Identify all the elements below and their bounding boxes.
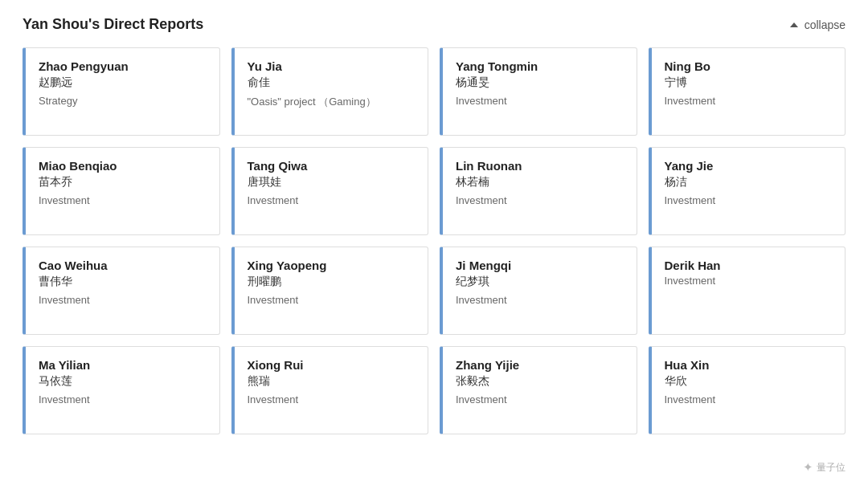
card-name-zh: 熊瑞 [248,374,416,389]
card-item[interactable]: Hua Xin华欣Investment [649,346,846,434]
card-name-zh: 马依莲 [39,374,207,389]
card-item[interactable]: Xiong Rui熊瑞Investment [231,346,429,434]
card-role: Investment [665,275,833,287]
card-role: Investment [665,393,833,405]
card-role: Investment [456,393,624,405]
card-role: Investment [248,194,416,206]
card-role: Investment [248,294,416,306]
card-name-en: Yang Jie [665,159,833,173]
card-name-zh: 宁博 [665,75,833,90]
card-name-en: Xiong Rui [248,358,416,372]
card-name-zh: 张毅杰 [456,374,624,389]
header: Yan Shou's Direct Reports collapse [23,16,845,33]
card-name-zh: 杨洁 [665,175,833,189]
card-role: "Oasis" project （Gaming） [248,95,416,109]
card-name-en: Zhao Pengyuan [39,59,207,73]
collapse-icon [790,22,798,27]
card-item[interactable]: Ning Bo宁博Investment [649,47,846,136]
card-role: Investment [39,393,207,405]
card-role: Investment [248,393,416,405]
card-item[interactable]: Zhao Pengyuan赵鹏远Strategy [23,47,220,136]
card-name-zh: 唐琪娃 [248,175,416,189]
card-name-zh: 林若楠 [456,175,624,189]
watermark-icon: ✦ [803,460,813,475]
collapse-button[interactable]: collapse [790,18,845,31]
cards-grid: Zhao Pengyuan赵鹏远StrategyYu Jia俞佳"Oasis" … [23,47,845,434]
page-title: Yan Shou's Direct Reports [23,16,203,33]
card-name-en: Yang Tongmin [456,59,624,73]
card-name-en: Xing Yaopeng [248,259,416,272]
card-item[interactable]: Cao Weihua曹伟华Investment [23,247,220,335]
card-name-en: Cao Weihua [39,259,207,272]
card-name-en: Derik Han [665,259,833,272]
card-name-en: Hua Xin [665,358,833,372]
card-item[interactable]: Yang Jie杨洁Investment [649,147,846,235]
card-name-en: Ji Mengqi [456,259,624,272]
card-item[interactable]: Derik HanInvestment [649,247,846,335]
card-item[interactable]: Tang Qiwa唐琪娃Investment [231,147,429,235]
card-item[interactable]: Zhang Yijie张毅杰Investment [440,346,637,434]
card-role: Investment [39,194,207,206]
card-item[interactable]: Ji Mengqi纪梦琪Investment [440,247,637,335]
card-item[interactable]: Yang Tongmin杨通旻Investment [440,47,637,136]
card-item[interactable]: Xing Yaopeng刑曜鹏Investment [231,247,429,335]
card-name-en: Tang Qiwa [248,159,416,173]
card-item[interactable]: Lin Ruonan林若楠Investment [440,147,637,235]
card-name-zh: 纪梦琪 [456,275,624,289]
card-role: Investment [665,95,833,107]
card-role: Investment [39,294,207,306]
card-name-en: Yu Jia [248,59,416,73]
card-role: Investment [665,194,833,206]
card-name-en: Ning Bo [665,59,833,73]
card-role: Investment [456,294,624,306]
card-name-zh: 曹伟华 [39,275,207,289]
card-name-zh: 赵鹏远 [39,75,207,90]
card-name-zh: 刑曜鹏 [248,275,416,289]
card-name-en: Ma Yilian [39,358,207,372]
main-container: Yan Shou's Direct Reports collapse Zhao … [0,0,868,489]
collapse-label: collapse [805,18,845,31]
card-item[interactable]: Yu Jia俞佳"Oasis" project （Gaming） [231,47,429,136]
card-role: Investment [456,194,624,206]
card-name-en: Lin Ruonan [456,159,624,173]
card-name-zh: 华欣 [665,374,833,389]
card-item[interactable]: Miao Benqiao苗本乔Investment [23,147,220,235]
card-role: Investment [456,95,624,107]
watermark-text: 量子位 [817,461,845,475]
card-role: Strategy [39,95,207,107]
watermark: ✦ 量子位 [803,460,845,475]
card-name-zh: 俞佳 [248,75,416,90]
card-item[interactable]: Ma Yilian马依莲Investment [23,346,220,434]
card-name-en: Miao Benqiao [39,159,207,173]
card-name-zh: 杨通旻 [456,75,624,90]
card-name-zh: 苗本乔 [39,175,207,189]
card-name-en: Zhang Yijie [456,358,624,372]
